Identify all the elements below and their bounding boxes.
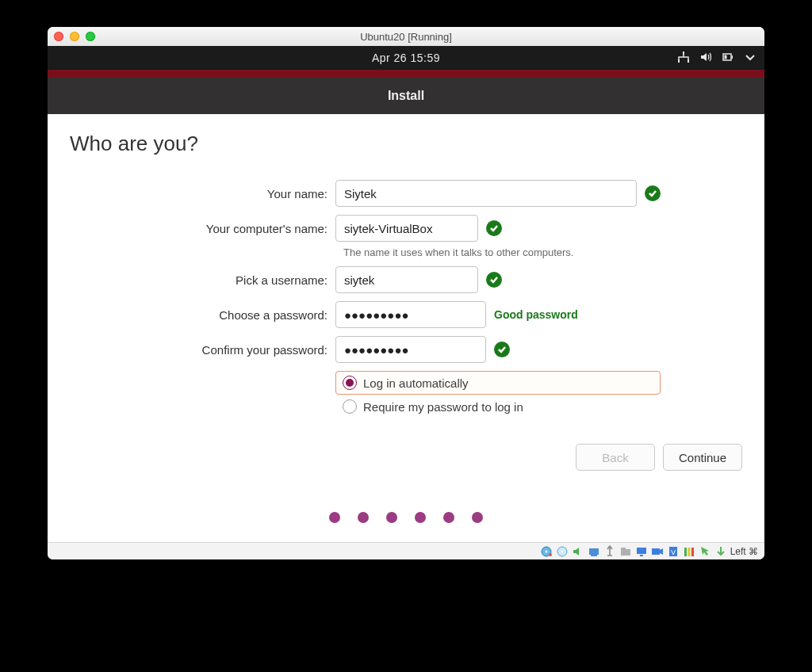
password-input[interactable] — [335, 301, 486, 328]
check-icon — [494, 342, 510, 357]
pager-dot — [443, 512, 454, 523]
battery-icon[interactable] — [722, 51, 734, 66]
radio-login-automatically[interactable]: Log in automatically — [335, 371, 661, 395]
network-icon[interactable] — [677, 51, 690, 66]
svg-rect-1 — [678, 59, 680, 63]
svg-rect-22 — [691, 548, 694, 556]
progress-dots — [48, 512, 764, 523]
svg-rect-20 — [684, 548, 687, 556]
audio-icon[interactable] — [572, 545, 584, 558]
gnome-top-bar: Apr 26 15:59 — [48, 46, 764, 70]
host-key-label: Left ⌘ — [730, 546, 758, 557]
recording-icon[interactable] — [651, 545, 664, 558]
svg-rect-13 — [621, 549, 630, 556]
usb-icon[interactable] — [603, 545, 616, 558]
pager-dot — [472, 512, 483, 523]
page-heading: Who are you? — [70, 132, 742, 156]
pager-dot — [329, 512, 340, 523]
svg-rect-12 — [591, 555, 597, 556]
svg-point-10 — [561, 550, 563, 552]
host-window-title: Ubuntu20 [Running] — [48, 31, 764, 43]
volume-icon[interactable] — [699, 51, 712, 66]
installer-window: Install Who are you? Your name: Your com… — [48, 78, 764, 542]
check-icon — [486, 220, 502, 236]
shared-folder-icon[interactable] — [619, 545, 632, 558]
check-icon — [486, 272, 502, 288]
user-setup-form: Your name: Your computer's name: The nam… — [70, 180, 742, 418]
label-password: Choose a password: — [70, 308, 335, 322]
svg-rect-21 — [688, 548, 690, 556]
name-input[interactable] — [335, 180, 637, 207]
label-username: Pick a username: — [70, 273, 335, 287]
chevron-down-icon[interactable] — [744, 51, 756, 66]
confirm-password-input[interactable] — [335, 336, 486, 363]
network-adapter-icon[interactable] — [588, 545, 600, 558]
nav-buttons: Back Continue — [576, 444, 742, 471]
mouse-integration-icon[interactable] — [699, 545, 711, 558]
vbox-guest-icon[interactable]: V — [667, 545, 680, 558]
svg-rect-17 — [652, 548, 660, 555]
username-input[interactable] — [335, 266, 478, 293]
computer-name-input[interactable] — [335, 215, 478, 242]
password-strength: Good password — [494, 308, 578, 321]
pager-dot — [415, 512, 426, 523]
svg-rect-15 — [637, 548, 646, 554]
label-confirm-password: Confirm your password: — [70, 343, 335, 357]
radio-icon — [343, 376, 357, 390]
radio-icon — [343, 399, 357, 414]
back-button[interactable]: Back — [576, 444, 655, 471]
svg-point-7 — [545, 550, 547, 552]
optical-disk-icon[interactable] — [556, 545, 569, 558]
pager-dot — [358, 512, 369, 523]
activity-bars-icon[interactable] — [683, 545, 695, 558]
harddisk-icon[interactable] — [540, 545, 553, 558]
svg-rect-2 — [688, 59, 689, 63]
installer-body: Who are you? Your name: Your computer's … — [48, 114, 764, 542]
svg-rect-16 — [640, 555, 643, 556]
decorative-strip — [48, 70, 764, 78]
login-options: Log in automatically Require my password… — [335, 371, 661, 418]
svg-rect-4 — [732, 55, 733, 59]
computer-name-hint: The name it uses when it talks to other … — [343, 246, 742, 258]
check-icon — [645, 185, 661, 201]
svg-rect-5 — [725, 55, 727, 59]
svg-text:V: V — [671, 548, 676, 556]
svg-rect-11 — [589, 548, 599, 555]
svg-point-8 — [549, 553, 552, 556]
host-titlebar: Ubuntu20 [Running] — [48, 27, 764, 46]
virtualbox-statusbar: V Left ⌘ — [48, 542, 764, 559]
pager-dot — [386, 512, 397, 523]
radio-label: Require my password to log in — [363, 400, 523, 414]
keyboard-capture-icon[interactable] — [714, 545, 727, 558]
display-icon[interactable] — [635, 545, 648, 558]
label-computer-name: Your computer's name: — [70, 222, 335, 235]
radio-require-password[interactable]: Require my password to log in — [335, 395, 661, 418]
clock[interactable]: Apr 26 15:59 — [372, 52, 440, 64]
svg-rect-14 — [621, 548, 626, 550]
continue-button[interactable]: Continue — [663, 444, 742, 471]
label-your-name: Your name: — [70, 187, 335, 200]
installer-title: Install — [388, 89, 424, 103]
radio-label: Log in automatically — [363, 376, 469, 390]
installer-titlebar: Install — [48, 78, 764, 114]
virtualbox-window: Ubuntu20 [Running] Apr 26 15:59 Install … — [48, 27, 764, 559]
